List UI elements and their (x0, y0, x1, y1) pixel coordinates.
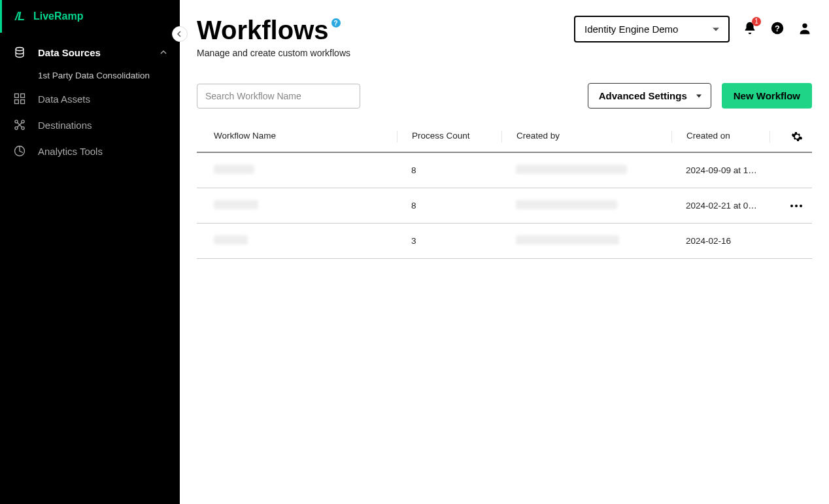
analytics-icon (13, 144, 26, 158)
help-icon: ? (770, 21, 785, 35)
cell-workflow-name (214, 200, 397, 211)
sidebar-subitem-1st-party[interactable]: 1st Party Data Consolidation (0, 65, 180, 86)
table-row[interactable]: 3 2024-02-16 (197, 224, 812, 259)
chevron-left-icon (177, 31, 183, 37)
nav: Data Sources 1st Party Data Consolidatio… (0, 33, 180, 164)
page-title: Workflows (197, 16, 329, 45)
info-icon[interactable]: ? (331, 18, 341, 27)
col-created-on[interactable]: Created on (671, 131, 770, 143)
svg-point-5 (15, 120, 18, 123)
sidebar-item-data-sources[interactable]: Data Sources (0, 39, 180, 65)
cell-workflow-name (214, 165, 397, 176)
cell-process-count: 8 (397, 201, 501, 210)
svg-rect-1 (15, 94, 19, 98)
cell-created-by (501, 200, 671, 211)
table-row[interactable]: 8 2024-02-21 at 0… (197, 188, 812, 224)
sidebar-item-label: Data Sources (38, 47, 160, 58)
sidebar-item-label: Analytics Tools (38, 146, 167, 157)
nodes-icon (13, 118, 26, 131)
controls-row: Advanced Settings New Workflow (197, 83, 812, 109)
help-button[interactable]: ? (770, 21, 785, 38)
new-workflow-button[interactable]: New Workflow (722, 83, 812, 109)
svg-text:?: ? (775, 23, 780, 33)
cell-process-count: 8 (397, 165, 501, 175)
logo-mark: /L (15, 10, 24, 24)
environment-label: Identity Engine Demo (584, 24, 678, 35)
cell-created-on: 2024-02-21 at 0… (671, 201, 770, 210)
notifications-button[interactable]: 1 (743, 21, 757, 38)
cell-created-on: 2024-09-09 at 1… (671, 165, 770, 175)
svg-point-15 (800, 205, 802, 207)
logo-text: LiveRamp (33, 10, 83, 22)
row-actions-button[interactable] (770, 205, 809, 207)
sidebar-item-label: Destinations (38, 120, 167, 131)
workflows-table: Workflow Name Process Count Created by C… (197, 122, 812, 259)
svg-point-7 (15, 127, 18, 129)
col-workflow-name[interactable]: Workflow Name (214, 131, 397, 143)
svg-rect-3 (15, 100, 19, 104)
sidebar: /L LiveRamp Data Sources 1st Party Data … (0, 0, 180, 504)
table-header: Workflow Name Process Count Created by C… (197, 122, 812, 153)
svg-point-8 (22, 127, 24, 129)
cell-process-count: 3 (397, 236, 501, 246)
collapse-sidebar-button[interactable] (172, 26, 188, 42)
sidebar-item-label: Data Assets (38, 93, 167, 105)
chevron-up-icon (160, 49, 167, 56)
search-input[interactable] (197, 84, 360, 109)
main-content: Workflows ? Manage and create custom wor… (180, 0, 829, 504)
table-row[interactable]: 8 2024-09-09 at 1… (197, 153, 812, 188)
svg-point-12 (802, 23, 807, 27)
page-subtitle: Manage and create custom workflows (197, 48, 350, 58)
svg-point-13 (790, 205, 793, 207)
user-icon (798, 21, 812, 35)
col-process-count[interactable]: Process Count (397, 131, 501, 143)
svg-point-14 (795, 205, 798, 207)
cell-created-on: 2024-02-16 (671, 236, 770, 246)
advanced-settings-button[interactable]: Advanced Settings (588, 83, 711, 109)
profile-button[interactable] (798, 21, 812, 38)
svg-rect-4 (21, 100, 25, 104)
topbar: Workflows ? Manage and create custom wor… (197, 16, 812, 58)
svg-point-6 (22, 120, 24, 123)
grid-icon (13, 92, 26, 105)
table-settings-button[interactable] (770, 131, 809, 143)
environment-select[interactable]: Identity Engine Demo (574, 16, 730, 42)
sidebar-item-destinations[interactable]: Destinations (0, 112, 180, 138)
notification-badge: 1 (752, 17, 761, 26)
svg-point-0 (16, 48, 24, 51)
more-horizontal-icon (790, 205, 802, 207)
gear-icon (791, 131, 803, 143)
col-created-by[interactable]: Created by (501, 131, 671, 143)
cell-created-by (501, 235, 671, 246)
sidebar-item-analytics-tools[interactable]: Analytics Tools (0, 138, 180, 164)
svg-rect-2 (21, 94, 25, 98)
cell-created-by (501, 165, 671, 176)
cell-workflow-name (214, 235, 397, 246)
sidebar-item-data-assets[interactable]: Data Assets (0, 86, 180, 112)
database-icon (13, 46, 26, 59)
logo[interactable]: /L LiveRamp (0, 0, 180, 33)
